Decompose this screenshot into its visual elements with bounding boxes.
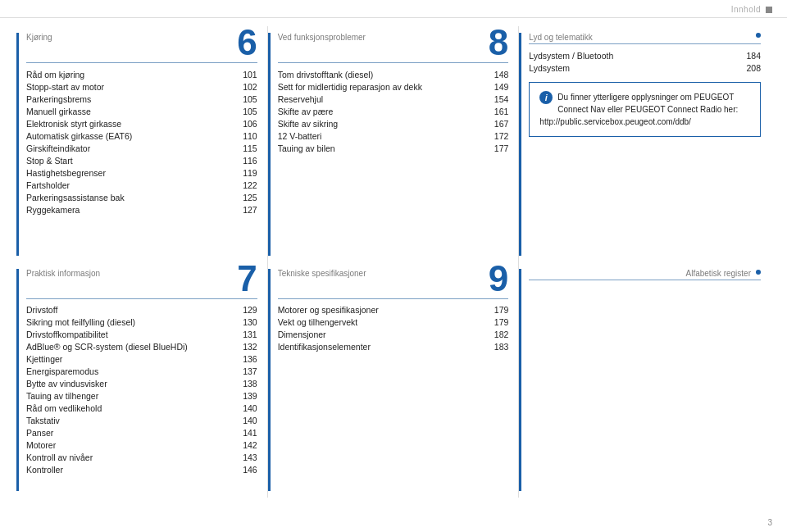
toc-row: Fartsholder122 [26,179,257,191]
toc-item-page: 138 [234,379,257,389]
toc-item-name: Manuell girkasse [26,107,234,116]
toc-item-page: 208 [738,63,761,73]
toc-item-name: Stop & Start [26,156,234,166]
toc-item-page: 139 [234,391,257,401]
toc-item-page: 110 [234,131,257,141]
toc-item-page: 142 [234,440,257,450]
toc-item-page: 167 [485,119,508,129]
header-title: Innhold [731,5,761,14]
toc-item-page: 143 [234,452,257,462]
toc-row: Panser141 [26,427,257,439]
toc-row: Automatisk girkasse (EAT6)110 [26,130,257,142]
toc-item-name: Skifte av sikring [278,119,486,129]
toc-row: Tauing av bilen177 [278,142,509,154]
toc-item-name: Identifikasjonselementer [278,342,486,352]
toc-item-page: 129 [234,305,257,315]
page-number: 3 [767,518,772,527]
toc-row: AdBlue® og SCR-system (diesel BlueHDi)13… [26,341,257,353]
toc-item-page: 141 [234,428,257,438]
toc-item-page: 146 [234,465,257,475]
toc-item-name: Motorer og spesifikasjoner [278,305,486,315]
toc-item-page: 105 [234,94,257,104]
toc-row: Tauing av tilhenger139 [26,390,257,402]
toc-item-page: 122 [234,180,257,190]
toc-item-name: Automatisk girkasse (EAT6) [26,131,234,141]
toc-item-name: Råd om vedlikehold [26,403,234,413]
toc-row: Drivstoff129 [26,304,257,316]
toc-row: Dimensjoner182 [278,329,509,341]
toc-item-name: Stopp-start av motor [26,82,234,92]
toc-item-name: Ryggekamera [26,205,234,215]
toc-item-page: 125 [234,193,257,202]
toc-item-page: 116 [234,156,257,166]
toc-row: Motorer142 [26,439,257,452]
accent-line-alfa [519,269,521,492]
ved-funksjon-number: 8 [489,25,508,61]
toc-item-name: Panser [26,428,234,438]
kjoring-title: Kjøring [26,33,52,42]
toc-item-name: Vekt og tilhengervekt [278,317,486,327]
toc-row: Hastighetsbegrenser119 [26,166,257,179]
toc-item-page: 136 [234,354,257,364]
toc-item-page: 140 [234,403,257,413]
toc-item-name: Parkeringsbrems [26,94,234,104]
ved-funksjon-title: Ved funksjonsproblemer [278,33,366,42]
toc-item-page: 148 [485,70,508,80]
toc-item-name: Hastighetsbegrenser [26,168,234,178]
alfa-dot [756,270,761,275]
toc-item-page: 140 [234,416,257,425]
praktisk-title: Praktisk informasjon [26,269,100,278]
toc-row: Lydsystem208 [529,61,761,74]
accent-line-praktisk [16,269,19,492]
lyd-title: Lyd og telematikk [529,33,592,42]
toc-item-name: Tauing av tilhenger [26,391,234,401]
toc-item-name: Motorer [26,440,234,450]
accent-line-tekniske [268,269,271,492]
section-praktisk: Praktisk informasjon 7 Drivstoff129 Sikr… [16,262,268,498]
toc-item-name: Tom drivstofftank (diesel) [278,70,486,80]
praktisk-toc: Drivstoff129 Sikring mot feilfylling (di… [26,304,257,476]
toc-item-name: Dimensjoner [278,330,486,339]
toc-item-name: Lydsystem [529,63,738,73]
toc-item-page: 101 [234,70,257,80]
toc-item-name: 12 V-batteri [278,131,486,141]
toc-row: Råd om vedlikehold140 [26,402,257,415]
toc-item-name: Energisparemodus [26,366,234,376]
accent-line-lyd [519,33,521,256]
toc-item-name: Råd om kjøring [26,70,234,80]
toc-row: Kjettinger136 [26,353,257,366]
toc-item-page: 127 [234,205,257,215]
page-header: Innhold [0,0,787,18]
toc-item-page: 132 [234,342,257,352]
toc-item-page: 172 [485,131,508,141]
ved-funksjon-header: Ved funksjonsproblemer 8 [278,33,509,63]
toc-row: Kontroller146 [26,464,257,476]
toc-row: Elektronisk styrt girkasse106 [26,117,257,130]
toc-row: Manuell girkasse105 [26,105,257,117]
praktisk-header: Praktisk informasjon 7 [26,269,257,299]
kjoring-number: 6 [237,25,257,61]
toc-row: Reservehjul154 [278,93,509,105]
lyd-toc: Lydsystem / Bluetooth184 Lydsystem208 [529,49,761,74]
accent-line-ved [268,33,271,256]
alfa-title: Alfabetisk register [686,269,751,278]
toc-item-page: 154 [485,94,508,104]
toc-row: Råd om kjøring101 [26,68,257,80]
kjoring-toc: Råd om kjøring101 Stopp-start av motor10… [26,68,257,216]
page-footer: 3 [767,518,772,527]
toc-item-name: Reservehjul [278,94,486,104]
tekniske-header: Tekniske spesifikasjoner 9 [278,269,509,299]
toc-item-page: 102 [234,82,257,92]
toc-item-name: Takstativ [26,416,234,425]
toc-item-page: 179 [485,317,508,327]
toc-row: Sikring mot feilfylling (diesel)130 [26,316,257,329]
info-box: i Du finner ytterligere opplysninger om … [529,82,761,137]
toc-item-name: Tauing av bilen [278,143,486,153]
toc-item-page: 137 [234,366,257,376]
toc-row: Energisparemodus137 [26,366,257,378]
toc-item-name: Drivstoffkompatibilitet [26,330,234,339]
toc-item-name: Kontroll av nivåer [26,452,234,462]
toc-item-page: 149 [485,82,508,92]
toc-item-name: Bytte av vindusvisker [26,379,234,389]
toc-item-name: Sikring mot feilfylling (diesel) [26,317,234,327]
